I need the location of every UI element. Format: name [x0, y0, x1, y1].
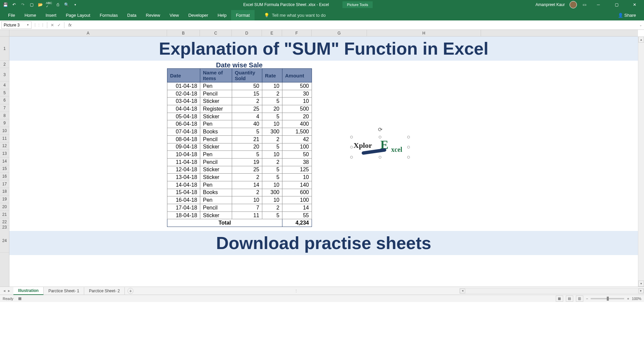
cell-qty[interactable]: 7 — [232, 204, 262, 212]
cell-amount[interactable]: 500 — [282, 82, 312, 90]
cell-item[interactable]: Pen — [200, 151, 232, 159]
cell-amount[interactable]: 100 — [282, 143, 312, 151]
grid-content[interactable]: Explanation of "SUM" Function in Excel D… — [9, 37, 638, 287]
cell-amount[interactable]: 10 — [282, 98, 312, 105]
row-header[interactable]: 21 — [0, 211, 9, 219]
tab-review[interactable]: Review — [141, 10, 165, 20]
cell-amount[interactable]: 400 — [282, 120, 312, 128]
column-header[interactable]: H — [367, 30, 481, 36]
cell-amount[interactable]: 500 — [282, 105, 312, 113]
cell-rate[interactable]: 5 — [262, 166, 282, 174]
tab-developer[interactable]: Developer — [183, 10, 213, 20]
cell-date[interactable]: 03-04-18 — [167, 98, 200, 105]
cell-item[interactable]: Pencil — [200, 135, 232, 143]
cell-rate[interactable]: 300 — [262, 189, 282, 196]
cell-rate[interactable]: 2 — [262, 135, 282, 143]
cell-item[interactable]: Sticker — [200, 98, 232, 105]
zoom-out-icon[interactable]: − — [586, 297, 588, 301]
row-header[interactable]: 9 — [0, 119, 9, 127]
fx-icon[interactable]: fx — [68, 23, 71, 27]
close-button[interactable]: ✕ — [628, 0, 641, 9]
name-box[interactable]: Picture 3 ▼ — [1, 21, 32, 29]
cell-date[interactable]: 09-04-18 — [167, 143, 200, 151]
expand-formula-icon[interactable]: ⌄ — [637, 23, 644, 27]
cell-qty[interactable]: 11 — [232, 212, 262, 219]
tab-data[interactable]: Data — [122, 10, 141, 20]
cell-rate[interactable]: 2 — [262, 90, 282, 98]
user-name[interactable]: Amanpreet Kaur — [536, 2, 565, 7]
cell-amount[interactable]: 1,500 — [282, 128, 312, 136]
cell-amount[interactable]: 600 — [282, 189, 312, 196]
column-header[interactable]: F — [282, 30, 312, 36]
cell-qty[interactable]: 25 — [232, 166, 262, 174]
cell-item[interactable]: Sticker — [200, 143, 232, 151]
cell-date[interactable]: 11-04-18 — [167, 158, 200, 166]
cell-qty[interactable]: 5 — [232, 151, 262, 159]
row-header[interactable]: 24 — [0, 229, 9, 253]
qat-dropdown-icon[interactable]: ▾ — [72, 2, 78, 7]
new-icon[interactable]: ▢ — [29, 2, 34, 7]
row-header[interactable]: 12 — [0, 142, 9, 150]
scroll-right-icon[interactable]: ► — [638, 289, 644, 293]
cell-qty[interactable]: 5 — [232, 128, 262, 136]
cell-rate[interactable]: 10 — [262, 196, 282, 204]
cell-amount[interactable]: 100 — [282, 196, 312, 204]
cell-rate[interactable]: 5 — [262, 212, 282, 219]
cell-amount[interactable]: 125 — [282, 166, 312, 174]
tab-nav-next-icon[interactable]: ► — [7, 289, 11, 293]
cell-item[interactable]: Pencil — [200, 204, 232, 212]
cell-item[interactable]: Register — [200, 105, 232, 113]
maximize-button[interactable]: ▢ — [610, 0, 623, 9]
cell-rate[interactable]: 5 — [262, 143, 282, 151]
sheet-tab-practice1[interactable]: Parctice Sheet- 1 — [44, 287, 84, 295]
cell-item[interactable]: Pen — [200, 82, 232, 90]
cell-date[interactable]: 05-04-18 — [167, 113, 200, 120]
cancel-icon[interactable]: ✕ — [49, 22, 55, 28]
cell-qty[interactable]: 40 — [232, 120, 262, 128]
cell-rate[interactable]: 5 — [262, 113, 282, 120]
column-header[interactable]: G — [312, 30, 367, 36]
macro-record-icon[interactable]: ▦ — [18, 296, 21, 301]
cell-rate[interactable]: 10 — [262, 181, 282, 189]
cell-date[interactable]: 04-04-18 — [167, 105, 200, 113]
row-header[interactable]: 20 — [0, 203, 9, 211]
tab-formulas[interactable]: Formulas — [95, 10, 122, 20]
column-header[interactable]: B — [167, 30, 200, 36]
tab-insert[interactable]: Insert — [41, 10, 61, 20]
resize-handle[interactable] — [379, 156, 381, 159]
row-header[interactable]: 8 — [0, 112, 9, 120]
open-icon[interactable]: 📂 — [38, 2, 43, 7]
cell-rate[interactable]: 2 — [262, 204, 282, 212]
tell-me-search[interactable]: 💡 Tell me what you want to do — [261, 10, 328, 20]
horizontal-scrollbar[interactable]: ◄ ► — [460, 288, 644, 294]
user-avatar[interactable] — [570, 1, 577, 8]
quickprint-icon[interactable]: ⎙ — [55, 2, 60, 7]
cell-date[interactable]: 02-04-18 — [167, 90, 200, 98]
cell-amount[interactable]: 14 — [282, 204, 312, 212]
cell-qty[interactable]: 2 — [232, 189, 262, 196]
column-header[interactable]: D — [232, 30, 262, 36]
cell-rate[interactable]: 20 — [262, 105, 282, 113]
cell-qty[interactable]: 4 — [232, 113, 262, 120]
tab-file[interactable]: File — [3, 10, 20, 20]
rotate-handle-icon[interactable]: ⟳ — [378, 126, 382, 133]
scroll-down-icon[interactable]: ▼ — [638, 281, 644, 287]
cell-item[interactable]: Pen — [200, 181, 232, 189]
vertical-scrollbar[interactable]: ▲ ▼ — [638, 37, 644, 287]
tab-split-icon[interactable]: ⋮ — [294, 289, 299, 293]
row-header[interactable]: 4 — [0, 81, 9, 89]
scroll-up-icon[interactable]: ▲ — [638, 37, 644, 43]
zoom-in-icon[interactable]: + — [627, 297, 629, 301]
row-header[interactable]: 23 — [0, 226, 9, 229]
cell-item[interactable]: Pencil — [200, 90, 232, 98]
enter-icon[interactable]: ✓ — [56, 22, 62, 28]
select-all-corner[interactable] — [0, 30, 9, 37]
cell-date[interactable]: 12-04-18 — [167, 166, 200, 174]
cell-item[interactable]: Sticker — [200, 174, 232, 181]
cell-rate[interactable]: 10 — [262, 151, 282, 159]
zoom-slider[interactable] — [591, 298, 624, 299]
cell-item[interactable]: Sticker — [200, 113, 232, 120]
cell-date[interactable]: 07-04-18 — [167, 128, 200, 136]
menu-dots-icon[interactable]: ⋮ — [37, 23, 41, 27]
resize-handle[interactable] — [350, 156, 353, 159]
